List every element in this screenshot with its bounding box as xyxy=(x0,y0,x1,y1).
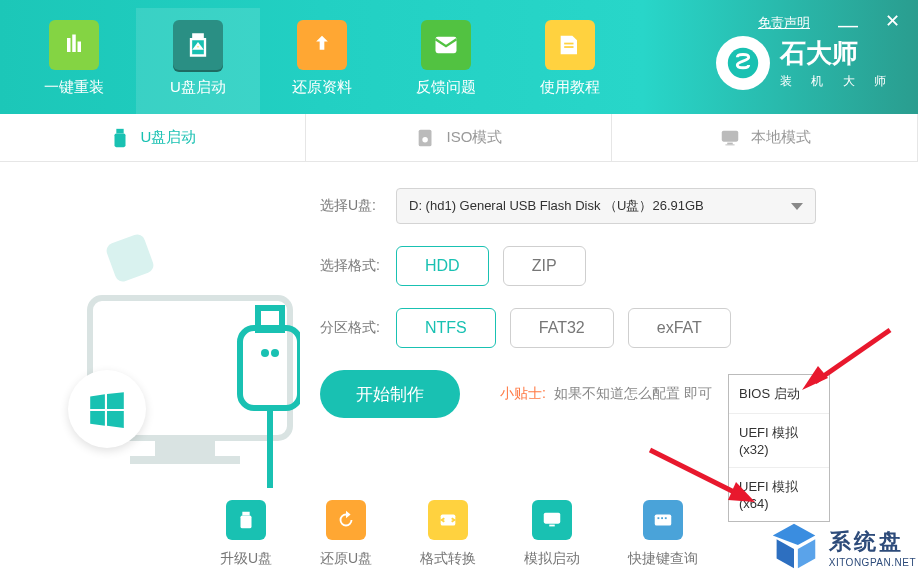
nav-restore[interactable]: 还原资料 xyxy=(260,8,384,114)
brand-subtitle: 装 机 大 师 xyxy=(780,73,894,90)
tab-label: 本地模式 xyxy=(751,128,811,147)
simulate-boot-icon xyxy=(532,500,572,540)
svg-rect-25 xyxy=(242,512,249,516)
popup-item-uefi32[interactable]: UEFI 模拟(x32) xyxy=(729,413,829,467)
svg-rect-29 xyxy=(549,525,555,527)
nav-label: 一键重装 xyxy=(44,78,104,97)
svg-rect-7 xyxy=(114,133,125,147)
tab-label: U盘启动 xyxy=(141,128,197,147)
svg-rect-1 xyxy=(72,34,76,52)
windows-logo-icon xyxy=(68,370,146,448)
close-button[interactable]: ✕ xyxy=(885,10,900,32)
svg-point-9 xyxy=(422,137,428,143)
chevron-down-icon xyxy=(791,203,803,210)
svg-rect-28 xyxy=(544,513,561,524)
usb-select[interactable]: D: (hd1) General USB Flash Disk （U盘）26.9… xyxy=(396,188,816,224)
format-option-hdd[interactable]: HDD xyxy=(396,246,489,286)
svg-rect-13 xyxy=(104,232,155,283)
nav-tutorial[interactable]: 使用教程 xyxy=(508,8,632,114)
brand: 石大师 装 机 大 师 xyxy=(716,36,894,90)
start-create-button[interactable]: 开始制作 xyxy=(320,370,460,418)
tool-hotkey-query[interactable]: 快捷键查询 xyxy=(628,500,698,568)
local-icon xyxy=(719,127,741,149)
restore-usb-icon xyxy=(326,500,366,540)
top-nav: 一键重装 U盘启动 还原资料 反馈问题 使用教程 xyxy=(12,8,632,114)
format-label: 选择格式: xyxy=(320,257,396,275)
usb-illustration xyxy=(40,188,300,488)
svg-rect-11 xyxy=(727,142,733,144)
usb-boot-icon xyxy=(173,20,223,70)
watermark-title: 系统盘 xyxy=(829,527,904,557)
nav-usb-boot[interactable]: U盘启动 xyxy=(136,8,260,114)
tool-format-convert[interactable]: 格式转换 xyxy=(420,500,476,568)
hotkey-icon xyxy=(643,500,683,540)
nav-label: 反馈问题 xyxy=(416,78,476,97)
svg-rect-2 xyxy=(78,41,82,52)
svg-rect-30 xyxy=(655,515,672,526)
tool-label: 快捷键查询 xyxy=(628,550,698,568)
tab-iso[interactable]: ISO模式 xyxy=(306,114,612,161)
nav-reinstall[interactable]: 一键重装 xyxy=(12,8,136,114)
svg-rect-10 xyxy=(721,130,738,141)
tab-usb-boot[interactable]: U盘启动 xyxy=(0,114,306,161)
svg-rect-31 xyxy=(658,517,660,519)
restore-icon xyxy=(297,20,347,70)
tool-label: 格式转换 xyxy=(420,550,476,568)
popup-item-bios[interactable]: BIOS 启动 xyxy=(729,375,829,413)
watermark: 系统盘 XITONGPAN.NET xyxy=(765,518,916,576)
nav-label: 使用教程 xyxy=(540,78,600,97)
mode-tabs: U盘启动 ISO模式 本地模式 xyxy=(0,114,918,162)
svg-rect-4 xyxy=(564,42,573,44)
partition-label: 分区格式: xyxy=(320,319,396,337)
nav-label: 还原资料 xyxy=(292,78,352,97)
svg-rect-6 xyxy=(116,128,123,133)
svg-point-20 xyxy=(271,349,279,357)
tool-label: 模拟启动 xyxy=(524,550,580,568)
feedback-icon xyxy=(421,20,471,70)
svg-rect-33 xyxy=(665,517,667,519)
tool-label: 还原U盘 xyxy=(320,550,372,568)
tool-simulate-boot[interactable]: 模拟启动 xyxy=(524,500,580,568)
tutorial-icon xyxy=(545,20,595,70)
select-usb-label: 选择U盘: xyxy=(320,197,396,215)
usb-select-value: D: (hd1) General USB Flash Disk （U盘）26.9… xyxy=(409,197,704,215)
tip-text: 如果不知道怎么配置 即可 xyxy=(554,385,712,403)
nav-label: U盘启动 xyxy=(170,78,226,97)
minimize-button[interactable]: — xyxy=(838,14,858,37)
upgrade-usb-icon xyxy=(226,500,266,540)
partition-option-exfat[interactable]: exFAT xyxy=(628,308,731,348)
brand-title: 石大师 xyxy=(780,36,894,71)
watermark-logo-icon xyxy=(765,518,823,576)
svg-rect-0 xyxy=(67,38,71,52)
nav-feedback[interactable]: 反馈问题 xyxy=(384,8,508,114)
svg-point-19 xyxy=(261,349,269,357)
partition-option-ntfs[interactable]: NTFS xyxy=(396,308,496,348)
tool-restore-usb[interactable]: 还原U盘 xyxy=(320,500,372,568)
usb-icon xyxy=(109,127,131,149)
tool-label: 升级U盘 xyxy=(220,550,272,568)
svg-rect-12 xyxy=(725,144,734,145)
disclaimer-link[interactable]: 免责声明 xyxy=(758,14,810,32)
brand-logo-icon xyxy=(716,36,770,90)
app-header: 一键重装 U盘启动 还原资料 反馈问题 使用教程 免责声明 — xyxy=(0,0,918,114)
svg-rect-26 xyxy=(240,515,251,528)
format-option-zip[interactable]: ZIP xyxy=(503,246,586,286)
svg-rect-5 xyxy=(564,46,573,48)
svg-rect-15 xyxy=(155,438,215,456)
iso-icon xyxy=(415,127,437,149)
partition-option-fat32[interactable]: FAT32 xyxy=(510,308,614,348)
reinstall-icon xyxy=(49,20,99,70)
tip-label: 小贴士: xyxy=(500,385,546,403)
format-convert-icon xyxy=(428,500,468,540)
tool-upgrade-usb[interactable]: 升级U盘 xyxy=(220,500,272,568)
tab-local[interactable]: 本地模式 xyxy=(612,114,918,161)
tab-label: ISO模式 xyxy=(447,128,503,147)
boot-mode-popup: BIOS 启动 UEFI 模拟(x32) UEFI 模拟(x64) xyxy=(728,374,830,522)
watermark-url: XITONGPAN.NET xyxy=(829,557,916,568)
popup-item-uefi64[interactable]: UEFI 模拟(x64) xyxy=(729,467,829,521)
svg-rect-16 xyxy=(130,456,240,464)
svg-rect-32 xyxy=(661,517,663,519)
